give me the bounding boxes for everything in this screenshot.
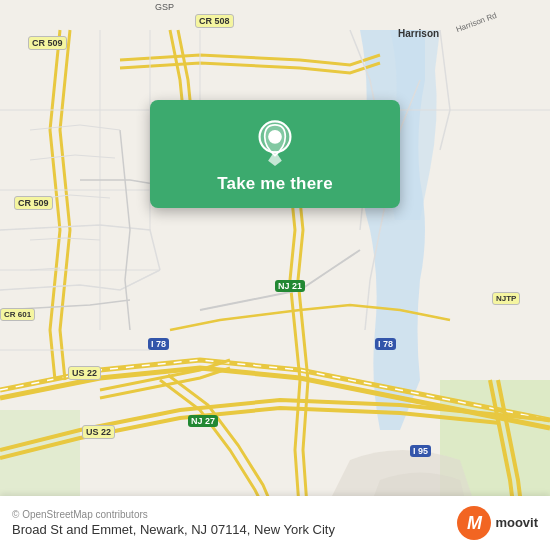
location-pin-icon xyxy=(251,118,299,166)
road-badge-cr509-mid: CR 509 xyxy=(14,196,53,210)
navigation-card: Take me there xyxy=(150,100,400,208)
map-background: CR 509 CR 508 CR 509 NJ 21 I 78 I 78 US … xyxy=(0,0,550,550)
road-badge-us22-left: US 22 xyxy=(68,366,101,380)
moovit-label: moovit xyxy=(495,515,538,531)
bottom-info-bar: © OpenStreetMap contributors Broad St an… xyxy=(0,496,550,550)
place-label-harrison: Harrison xyxy=(398,28,439,39)
road-badge-nj21: NJ 21 xyxy=(275,280,305,292)
location-address: Broad St and Emmet, Newark, NJ 07114, Ne… xyxy=(12,522,335,537)
moovit-icon: m xyxy=(457,506,491,540)
place-label-gsp: GSP xyxy=(155,2,174,12)
take-me-there-button[interactable]: Take me there xyxy=(217,174,333,194)
moovit-logo: m moovit xyxy=(457,506,538,540)
road-badge-i95: I 95 xyxy=(410,445,431,457)
app-container: CR 509 CR 508 CR 509 NJ 21 I 78 I 78 US … xyxy=(0,0,550,550)
road-badge-us22-btm: US 22 xyxy=(82,425,115,439)
road-badge-cr509-top: CR 509 xyxy=(28,36,67,50)
road-badge-cr601: CR 601 xyxy=(0,308,35,321)
svg-point-12 xyxy=(269,131,281,143)
road-badge-cr508: CR 508 xyxy=(195,14,234,28)
road-badge-nj27: NJ 27 xyxy=(188,415,218,427)
map-svg xyxy=(0,0,550,550)
map-attribution: © OpenStreetMap contributors xyxy=(12,509,335,520)
location-info: © OpenStreetMap contributors Broad St an… xyxy=(12,509,335,537)
road-badge-i78-left: I 78 xyxy=(148,338,169,350)
road-badge-i78-right: I 78 xyxy=(375,338,396,350)
road-badge-njtp: NJTP xyxy=(492,292,520,305)
